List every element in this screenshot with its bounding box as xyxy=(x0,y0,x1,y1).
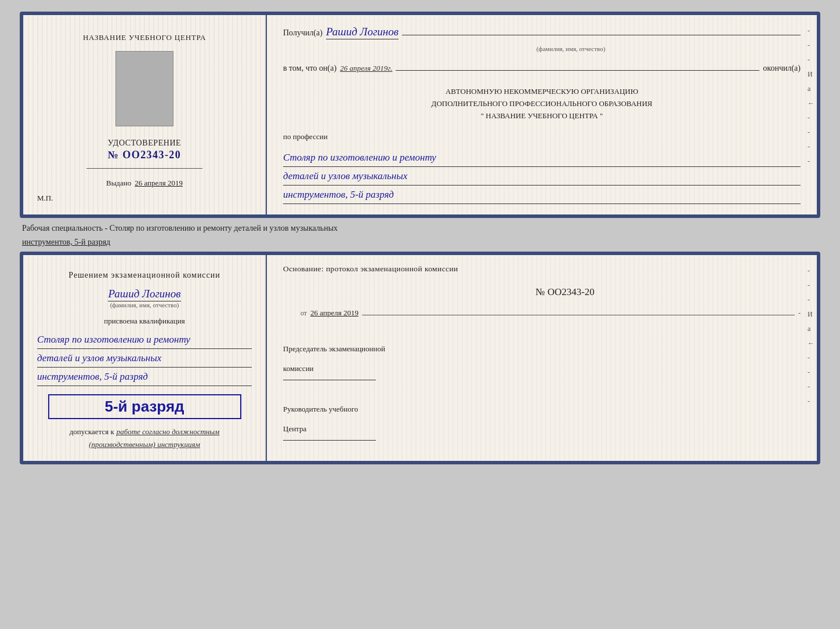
inthat-suffix: окончил(а) xyxy=(763,64,801,73)
issued-prefix: Выдано xyxy=(106,179,131,188)
mp-label: М.П. xyxy=(37,194,53,203)
admitted-prefix: допускается к xyxy=(70,427,114,437)
profession-line2: деталей и узлов музыкальных xyxy=(283,168,801,186)
profession-label: по профессии xyxy=(283,132,801,141)
inthat-prefix: в том, что он(а) xyxy=(283,64,336,73)
from-prefix: от xyxy=(300,309,307,318)
top-document: НАЗВАНИЕ УЧЕБНОГО ЦЕНТРА УДОСТОВЕРЕНИЕ №… xyxy=(20,12,820,218)
admitted-text: работе согласно должностным xyxy=(117,427,220,437)
right-edge-deco: - - - И а ← - - - - xyxy=(808,27,814,166)
commission-decision: Решением экзаменационной комиссии xyxy=(68,269,220,282)
cert-number: № OO2343-20 xyxy=(108,149,181,161)
highlight-box: 5-й разряд xyxy=(48,394,241,419)
received-prefix: Получил(а) xyxy=(283,28,323,38)
issued-date: 26 апреля 2019 xyxy=(135,179,183,188)
highlight-text: 5-й разряд xyxy=(104,398,184,415)
org-block: АВТОНОМНУЮ НЕКОММЕРЧЕСКУЮ ОРГАНИЗАЦИЮ ДО… xyxy=(283,86,801,122)
profession-line1: Столяр по изготовлению и ремонту xyxy=(283,150,801,167)
bottom-person-name: Рашид Логинов xyxy=(108,288,180,301)
inthat-date: 26 апреля 2019г. xyxy=(340,64,392,73)
from-date: 26 апреля 2019 xyxy=(310,308,359,318)
org-line2: ДОПОЛНИТЕЛЬНОГО ПРОФЕССИОНАЛЬНОГО ОБРАЗО… xyxy=(283,98,801,110)
bottom-doc-left: Решением экзаменационной комиссии Рашид … xyxy=(23,255,267,461)
qual-line3: инструментов, 5-й разряд xyxy=(37,369,252,386)
chairman-sign-line xyxy=(283,380,376,380)
head-line1: Руководитель учебного xyxy=(283,403,801,415)
bottom-document: Решением экзаменационной комиссии Рашид … xyxy=(20,252,820,464)
basis-line: Основание: протокол экзаменационной коми… xyxy=(283,264,801,274)
center-name-label: НАЗВАНИЕ УЧЕБНОГО ЦЕНТРА xyxy=(83,32,206,43)
chairman-line2: комиссии xyxy=(283,363,801,375)
org-line3: " НАЗВАНИЕ УЧЕБНОГО ЦЕНТРА " xyxy=(283,110,801,122)
fio-label-top: (фамилия, имя, отчество) xyxy=(341,45,801,52)
photo-placeholder xyxy=(115,51,173,126)
qual-line1: Столяр по изготовлению и ремонту xyxy=(37,332,252,349)
profession-line3: инструментов, 5-й разряд xyxy=(283,187,801,204)
bottom-right-edge-deco: - - - И а ← - - - - xyxy=(808,267,814,406)
admitted-text2: (производственным) инструкциям xyxy=(89,440,200,449)
top-doc-left: НАЗВАНИЕ УЧЕБНОГО ЦЕНТРА УДОСТОВЕРЕНИЕ №… xyxy=(23,15,267,214)
bottom-fio-label: (фамилия, имя, отчество) xyxy=(110,301,179,308)
protocol-number: № OO2343-20 xyxy=(330,286,801,298)
head-line2: Центра xyxy=(283,423,801,435)
between-label2: инструментов, 5-й разряд xyxy=(20,238,820,247)
chairman-line1: Председатель экзаменационной xyxy=(283,343,801,355)
qual-line2: деталей и узлов музыкальных xyxy=(37,350,252,368)
chairman-block: Председатель экзаменационной комиссии xyxy=(283,335,801,380)
between-label: Рабочая специальность - Столяр по изгото… xyxy=(20,224,820,233)
qualification-label: присвоена квалификация xyxy=(104,317,184,326)
head-sign-line xyxy=(283,440,376,441)
top-doc-right: Получил(а) Рашид Логинов (фамилия, имя, … xyxy=(267,15,817,214)
org-line1: АВТОНОМНУЮ НЕКОММЕРЧЕСКУЮ ОРГАНИЗАЦИЮ xyxy=(283,86,801,98)
head-block: Руководитель учебного Центра xyxy=(283,395,801,441)
bottom-doc-right: Основание: протокол экзаменационной коми… xyxy=(267,255,817,461)
cert-title: УДОСТОВЕРЕНИЕ xyxy=(108,139,181,148)
received-name: Рашид Логинов xyxy=(326,26,399,39)
